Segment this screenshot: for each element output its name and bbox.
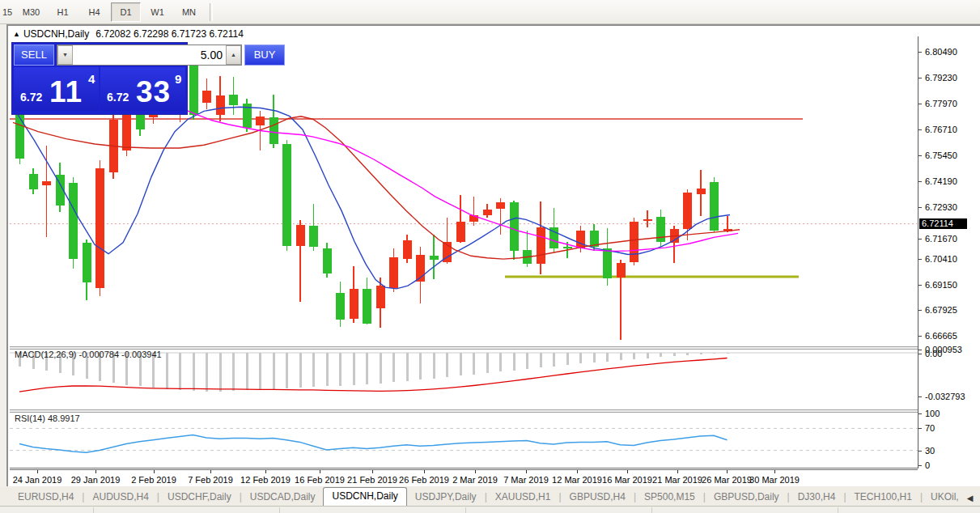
rsi-axis-70-label: 70 bbox=[925, 423, 935, 433]
price-axis-label-tick bbox=[918, 78, 922, 78]
date-axis-tick bbox=[774, 470, 775, 473]
candle-body bbox=[643, 219, 652, 222]
candle-body bbox=[95, 168, 104, 287]
candle-body bbox=[202, 91, 211, 103]
date-axis-label: 30 Mar 2019 bbox=[738, 475, 811, 485]
price-axis-label: 6.69150 bbox=[925, 280, 957, 290]
chart-tab-usdcad-daily[interactable]: USDCAD,Daily bbox=[242, 489, 324, 506]
candle-body bbox=[282, 144, 291, 246]
macd-histogram-bar bbox=[473, 353, 475, 375]
ma-fast-blue-line bbox=[13, 107, 730, 289]
macd-histogram-bar bbox=[686, 353, 689, 355]
rsi-axis-30-label: 30 bbox=[925, 446, 935, 456]
timeframe-button-d1[interactable]: D1 bbox=[111, 2, 141, 22]
macd-histogram-bar bbox=[166, 353, 168, 389]
rsi-axis-30-label-tick bbox=[918, 451, 922, 452]
chart-tab-eurusd-h4[interactable]: EURUSD,H4 bbox=[10, 489, 82, 506]
timeframe-button-15[interactable]: 15 bbox=[0, 2, 15, 22]
candle-body bbox=[563, 247, 572, 249]
macd-histogram-bar bbox=[713, 353, 715, 354]
pane-separator-1 bbox=[10, 346, 918, 347]
ask-quote-box[interactable]: 6.72 33 9 bbox=[100, 67, 185, 111]
macd-histogram-bar bbox=[513, 353, 515, 371]
chart-tab-audusd-h4[interactable]: AUDUSD,H4 bbox=[84, 489, 156, 506]
volume-increase-arrow-icon[interactable]: ▲ bbox=[226, 45, 241, 65]
timeframe-button-h1[interactable]: H1 bbox=[48, 2, 78, 22]
status-strip-separator bbox=[93, 507, 94, 513]
bid-quote-box[interactable]: 6.72 11 4 bbox=[14, 67, 99, 111]
candle-body bbox=[323, 248, 332, 273]
chart-tab-sp500-m15[interactable]: SP500,M15 bbox=[636, 489, 703, 506]
chart-tab-gbpusd-daily[interactable]: GBPUSD,Daily bbox=[706, 489, 787, 506]
macd-histogram-bar bbox=[579, 353, 582, 363]
candle-body bbox=[403, 240, 412, 259]
macd-histogram-bar bbox=[647, 353, 649, 358]
chart-window: ▲USDCNH,Daily6.72082 6.72298 6.71723 6.7… bbox=[6, 24, 980, 486]
price-axis[interactable]: 6.804906.792306.779706.767106.754506.741… bbox=[918, 36, 980, 468]
timeframe-button-w1[interactable]: W1 bbox=[142, 2, 172, 22]
volume-dropdown-arrow-icon[interactable]: ▼ bbox=[57, 45, 73, 65]
candle-body bbox=[697, 189, 706, 195]
macd-histogram-bar bbox=[219, 353, 222, 392]
date-axis[interactable]: 24 Jan 201929 Jan 20192 Feb 20197 Feb 20… bbox=[10, 469, 918, 488]
candle-body bbox=[603, 248, 612, 278]
chart-tab-tech100-h1[interactable]: TECH100,H1 bbox=[846, 489, 920, 506]
macd-histogram-bar bbox=[433, 353, 435, 379]
chart-ohlc-values: 6.72082 6.72298 6.71723 6.72114 bbox=[95, 28, 244, 40]
rsi-axis-100-label: 100 bbox=[925, 409, 940, 418]
rsi-line bbox=[19, 435, 728, 453]
price-axis-label-tick bbox=[918, 285, 922, 286]
volume-spinner: ▼ ▲ bbox=[57, 45, 242, 66]
tab-scroll-left-icon[interactable]: ◀ bbox=[967, 494, 974, 502]
chart-tab-usdjpy-daily[interactable]: USDJPY,Daily bbox=[407, 489, 485, 506]
date-axis-tick bbox=[37, 470, 38, 473]
macd-histogram-bar bbox=[419, 353, 422, 379]
candle-body bbox=[269, 117, 278, 144]
macd-axis-min-label: -0.032793 bbox=[925, 392, 965, 401]
chart-tab-dj30-h4[interactable]: DJ30,H4 bbox=[790, 489, 844, 506]
timeframe-button-h4[interactable]: H4 bbox=[79, 2, 109, 22]
status-strip bbox=[0, 506, 980, 513]
macd-histogram-bar bbox=[606, 353, 609, 362]
macd-histogram-bar bbox=[366, 353, 368, 384]
chart-tab-usdcnh-daily[interactable]: USDCNH,Daily bbox=[323, 487, 406, 507]
chart-tab-usdchf-daily[interactable]: USDCHF,Daily bbox=[159, 489, 240, 506]
pane-separator-2 bbox=[10, 409, 918, 410]
rsi-indicator-label: RSI(14) 48.9917 bbox=[15, 413, 80, 423]
timeframe-button-mn[interactable]: MN bbox=[174, 2, 204, 22]
macd-histogram-bar bbox=[193, 353, 195, 391]
date-axis-tick bbox=[95, 470, 96, 473]
status-strip-separator bbox=[279, 507, 280, 513]
date-axis-tick bbox=[627, 470, 628, 473]
buy-button[interactable]: BUY bbox=[244, 45, 285, 66]
price-axis-label-tick bbox=[918, 52, 922, 53]
candle-body bbox=[710, 182, 719, 231]
date-axis-tick bbox=[577, 470, 578, 473]
macd-histogram-bar bbox=[246, 353, 248, 390]
macd-indicator-label: MACD(12,26,9) -0.000784 -0.003941 bbox=[15, 350, 162, 359]
ask-price-point: 9 bbox=[175, 72, 181, 86]
chart-symbol-label: USDCNH,Daily bbox=[23, 28, 89, 40]
pane-separator-2-edge bbox=[10, 412, 918, 413]
timeframe-toolbar: 15M30H1H4D1W1MN bbox=[0, 0, 980, 24]
price-axis-label: 6.72930 bbox=[925, 202, 957, 212]
candle-body bbox=[69, 183, 78, 259]
macd-histogram-bar bbox=[446, 353, 448, 377]
timeframe-button-m30[interactable]: M30 bbox=[16, 2, 46, 22]
macd-axis-min-label-tick bbox=[918, 396, 922, 397]
candle-body bbox=[576, 231, 585, 249]
rsi-axis-0-label-tick bbox=[918, 465, 922, 466]
date-axis-tick bbox=[265, 470, 266, 473]
toolbar-separator bbox=[210, 3, 213, 21]
chart-tab-ukoil[interactable]: UKOil, bbox=[923, 489, 967, 506]
chart-tab-xauusd-h1[interactable]: XAUUSD,H1 bbox=[487, 489, 559, 506]
candle-body bbox=[683, 193, 692, 230]
status-strip-separator bbox=[838, 507, 838, 513]
volume-input[interactable] bbox=[73, 45, 226, 65]
candle-body bbox=[42, 181, 51, 185]
sell-button[interactable]: SELL bbox=[14, 45, 54, 66]
candle-body bbox=[189, 61, 198, 115]
chart-tab-gbpusd-h4[interactable]: GBPUSD,H4 bbox=[562, 489, 634, 506]
candle-body bbox=[256, 117, 265, 125]
trade-panel-controls-row: SELL ▼ ▲ BUY bbox=[14, 45, 185, 66]
